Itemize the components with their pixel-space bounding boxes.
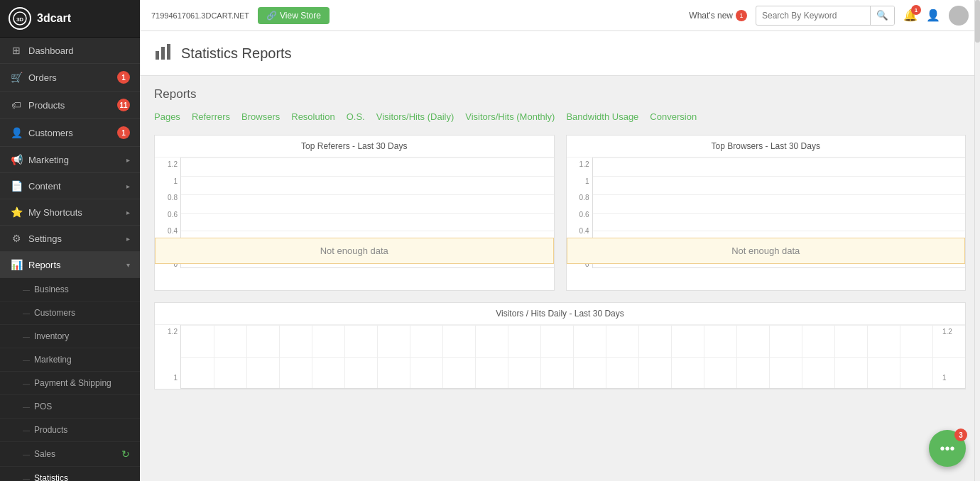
- page-content: Statistics Reports Reports Pages Referre…: [140, 31, 980, 481]
- submenu-item-marketing[interactable]: Marketing: [0, 348, 140, 372]
- bottom-chart-y-axis-left: 1.2 1: [155, 325, 180, 389]
- sidebar-item-label: Dashboard: [28, 45, 130, 56]
- svg-rect-2: [156, 51, 159, 60]
- search-input[interactable]: [756, 11, 870, 21]
- sidebar-item-marketing[interactable]: 📢 Marketing ▸: [0, 147, 140, 173]
- products-icon: 🏷: [10, 99, 23, 111]
- sidebar-item-my-shortcuts[interactable]: ⭐ My Shortcuts ▸: [0, 199, 140, 226]
- submenu-statistics-label: Statistics: [34, 473, 68, 481]
- left-chart-title: Top Referers - Last 30 Days: [155, 136, 554, 157]
- scrollbar-thumb[interactable]: [975, 0, 980, 43]
- view-store-button[interactable]: 🔗 View Store: [258, 7, 330, 24]
- settings-expand-icon: ▸: [126, 235, 130, 243]
- submenu-marketing-label: Marketing: [34, 355, 72, 365]
- tab-pages[interactable]: Pages: [154, 111, 180, 123]
- submenu-item-statistics[interactable]: Statistics: [0, 467, 140, 481]
- whats-new-badge: 1: [736, 10, 747, 21]
- left-chart-y-axis: 1.2 1 0.8 0.6 0.4 0.2 0: [155, 157, 180, 285]
- search-button[interactable]: 🔍: [870, 6, 894, 25]
- user-profile-icon[interactable]: 👤: [926, 9, 940, 22]
- tab-bandwidth[interactable]: Bandwidth Usage: [566, 111, 638, 123]
- content-icon: 📄: [10, 180, 23, 192]
- logo-icon: 3D: [9, 7, 31, 30]
- submenu-item-business[interactable]: Business: [0, 278, 140, 302]
- left-chart-inner: 1.2 1 0.8 0.6 0.4 0.2 0: [155, 157, 554, 285]
- bottom-chart-grid: [180, 325, 965, 389]
- tab-browsers[interactable]: Browsers: [241, 111, 280, 123]
- right-chart-y-axis: 1.2 1 0.8 0.6 0.4 0.2 0: [567, 157, 592, 285]
- page-header: Statistics Reports: [140, 31, 980, 76]
- submenu-item-products[interactable]: Products: [0, 419, 140, 442]
- fab-button[interactable]: ••• 3: [929, 430, 966, 467]
- sidebar-item-products[interactable]: 🏷 Products 11: [0, 92, 140, 119]
- dashboard-icon: ⊞: [10, 45, 23, 56]
- marketing-expand-icon: ▸: [126, 156, 130, 164]
- page-title: Statistics Reports: [181, 45, 292, 62]
- sidebar-item-settings[interactable]: ⚙ Settings ▸: [0, 226, 140, 252]
- notification-bell[interactable]: 🔔 1: [903, 9, 918, 22]
- submenu-customers-label: Customers: [34, 308, 75, 318]
- sidebar-item-label: Products: [28, 100, 111, 111]
- marketing-icon: 📢: [10, 154, 23, 165]
- topbar-icons: 🔔 1 👤: [903, 6, 969, 26]
- notification-badge: 1: [911, 5, 921, 15]
- tab-conversion[interactable]: Conversion: [650, 111, 697, 123]
- external-link-icon: 🔗: [266, 11, 277, 21]
- submenu-sales-label: Sales: [34, 449, 55, 459]
- sidebar-item-label: Settings: [28, 233, 121, 244]
- submenu-products-label: Products: [34, 425, 67, 435]
- tab-resolution[interactable]: Resolution: [291, 111, 334, 123]
- submenu-payment-label: Payment & Shipping: [34, 378, 111, 388]
- whats-new: What's new 1: [689, 10, 747, 21]
- sidebar-item-label: Reports: [28, 260, 121, 270]
- sidebar-item-label: Customers: [28, 128, 111, 138]
- submenu-inventory-label: Inventory: [34, 331, 69, 341]
- scrollbar-track[interactable]: [974, 0, 980, 481]
- sidebar-item-label: Content: [28, 181, 121, 192]
- reports-submenu: Business Customers Inventory Marketing P…: [0, 278, 140, 481]
- sidebar-header: 3D 3dcart: [0, 0, 140, 38]
- topbar: 71994617061.3DCART.NET 🔗 View Store What…: [140, 0, 980, 31]
- main-area: 71994617061.3DCART.NET 🔗 View Store What…: [140, 0, 980, 481]
- shortcuts-icon: ⭐: [10, 206, 23, 218]
- submenu-item-customers[interactable]: Customers: [0, 302, 140, 325]
- shortcuts-expand-icon: ▸: [126, 209, 130, 216]
- search-icon: 🔍: [876, 10, 888, 21]
- settings-icon: ⚙: [10, 233, 23, 244]
- logo-text: 3dcart: [37, 12, 71, 25]
- submenu-item-payment-shipping[interactable]: Payment & Shipping: [0, 372, 140, 395]
- tab-visitors-monthly[interactable]: Visitors/Hits (Monthly): [465, 111, 555, 123]
- sidebar-item-label: My Shortcuts: [28, 207, 121, 218]
- sidebar-item-label: Marketing: [28, 155, 121, 165]
- sidebar-item-dashboard[interactable]: ⊞ Dashboard: [0, 38, 140, 64]
- sidebar-item-customers[interactable]: 👤 Customers 1: [0, 119, 140, 147]
- sidebar-item-reports[interactable]: 📊 Reports ▾: [0, 252, 140, 278]
- orders-icon: 🛒: [10, 72, 23, 83]
- submenu-item-inventory[interactable]: Inventory: [0, 325, 140, 348]
- tab-visitors-daily[interactable]: Visitors/Hits (Daily): [376, 111, 454, 123]
- submenu-pos-label: POS: [34, 402, 52, 411]
- charts-row: Top Referers - Last 30 Days 1.2 1 0.8 0.…: [154, 135, 966, 291]
- bottom-chart-title: Visitors / Hits Daily - Last 30 Days: [155, 303, 965, 325]
- sidebar: 3D 3dcart ⊞ Dashboard 🛒 Orders 1 🏷 Produ…: [0, 0, 140, 481]
- submenu-item-pos[interactable]: POS: [0, 395, 140, 419]
- bottom-chart-y-axis-right: 1.2 1: [940, 325, 965, 389]
- content-expand-icon: ▸: [126, 182, 130, 190]
- svg-text:3D: 3D: [16, 16, 23, 23]
- customers-badge: 1: [117, 126, 130, 139]
- sidebar-item-orders[interactable]: 🛒 Orders 1: [0, 64, 140, 92]
- submenu-item-sales[interactable]: Sales ↻: [0, 442, 140, 467]
- sidebar-item-label: Orders: [28, 72, 111, 83]
- products-badge: 11: [117, 99, 130, 111]
- right-chart-inner: 1.2 1 0.8 0.6 0.4 0.2 0: [567, 157, 966, 285]
- orders-badge: 1: [117, 71, 130, 84]
- sidebar-nav: ⊞ Dashboard 🛒 Orders 1 🏷 Products 11 👤 C…: [0, 38, 140, 481]
- tab-os[interactable]: O.S.: [347, 111, 365, 123]
- tab-referrers[interactable]: Referrers: [192, 111, 230, 123]
- bottom-chart: Visitors / Hits Daily - Last 30 Days 1.2…: [154, 302, 966, 389]
- sidebar-item-content[interactable]: 📄 Content ▸: [0, 173, 140, 199]
- fab-badge: 3: [954, 429, 967, 441]
- submenu-business-label: Business: [34, 284, 69, 294]
- user-avatar[interactable]: [949, 6, 969, 26]
- svg-rect-3: [161, 47, 165, 60]
